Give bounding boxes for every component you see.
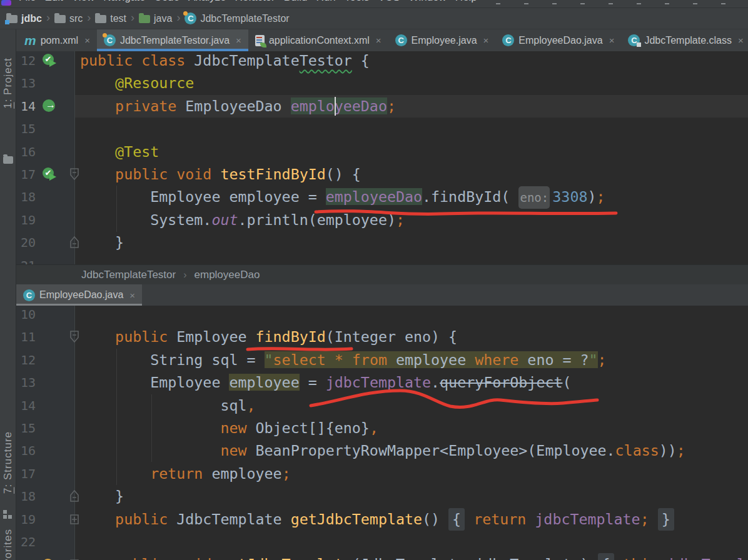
code-line-12[interactable]: public class JdbcTemplateTestor { — [80, 51, 370, 72]
java-class-run-icon: C — [104, 34, 116, 46]
code-line-19[interactable]: public JdbcTemplate getJdbcTemplate() { … — [80, 508, 674, 531]
code-line-16[interactable]: new BeanPropertyRowMapper<Employee>(Empl… — [80, 439, 685, 462]
breadcrumb-item-test[interactable]: test — [95, 13, 126, 24]
code-line-18[interactable]: Employee employee = employeeDao.findById… — [80, 186, 605, 208]
fold-start-icon[interactable] — [69, 330, 79, 344]
menu-item-run[interactable]: Run — [316, 0, 336, 4]
menu-item-analyze[interactable]: Analyze — [188, 0, 226, 4]
line-number[interactable]: 14 — [16, 394, 36, 417]
code-line-18[interactable]: } — [80, 485, 124, 508]
line-number[interactable]: 17 — [16, 163, 36, 186]
navigation-breadcrumb-bar: jdbc›src›test›java›CJdbcTemplateTestor — [0, 8, 748, 29]
breadcrumb-item-java[interactable]: java — [139, 13, 172, 24]
line-number[interactable]: 16 — [16, 141, 36, 163]
line-number[interactable]: 12 — [16, 349, 36, 371]
tool-button-structure[interactable]: 7: Structure — [2, 431, 14, 494]
close-icon[interactable]: × — [236, 35, 241, 46]
tab-pom.xml[interactable]: mpom.xml× — [18, 29, 97, 51]
menu-item-navigate[interactable]: Navigate — [103, 0, 145, 4]
menu-item-tools[interactable]: Tools — [345, 0, 370, 4]
editor-breadcrumb-item[interactable]: JdbcTemplateTestor — [81, 269, 176, 281]
close-icon[interactable]: × — [129, 290, 135, 301]
folder-icon — [54, 15, 66, 23]
menu-item-edit[interactable]: Edit — [44, 0, 63, 4]
tab-label: JdbcTemplate.class — [644, 35, 732, 46]
spring-bean-icon[interactable]: → — [43, 99, 56, 113]
line-number[interactable]: 15 — [16, 417, 36, 439]
breadcrumb-item-JdbcTemplateTestor[interactable]: CJdbcTemplateTestor — [184, 12, 289, 24]
line-number[interactable]: 22 — [16, 531, 36, 553]
editor-tab-bar-bottom: CEmployeeDao.java× — [16, 284, 748, 306]
line-number[interactable]: 12 — [16, 51, 36, 72]
gutter-marker-icon[interactable] — [43, 558, 56, 560]
menu-item-code[interactable]: Code — [154, 0, 179, 4]
menu-item-vcs[interactable]: VCS — [378, 0, 400, 4]
close-icon[interactable]: × — [483, 35, 489, 46]
breadcrumb-label: java — [154, 13, 172, 24]
code-line-17[interactable]: return employee; — [80, 462, 291, 485]
close-icon[interactable]: × — [84, 35, 90, 46]
unfold-icon[interactable] — [69, 558, 79, 560]
run-test-icon[interactable]: ✔ — [43, 168, 56, 181]
menu-item-window[interactable]: Window — [408, 0, 446, 4]
code-line-13[interactable]: @Resource — [80, 72, 194, 94]
line-number[interactable]: 23 — [16, 553, 36, 560]
line-number[interactable]: 21 — [16, 254, 36, 264]
line-number[interactable]: 17 — [16, 462, 36, 485]
code-line-19[interactable]: System.out.println(employee); — [80, 209, 405, 231]
line-number[interactable]: 18 — [16, 186, 36, 208]
line-number[interactable]: 14 — [16, 95, 36, 118]
tab-label: EmployeeDao.java — [518, 35, 602, 46]
code-line-17[interactable]: public void testFindById() { — [80, 163, 361, 186]
menu-item-view[interactable]: View — [72, 0, 95, 4]
tab-EmployeeDao.java[interactable]: CEmployeeDao.java× — [16, 284, 142, 306]
fold-end-icon[interactable] — [69, 236, 79, 249]
code-line-13[interactable]: Employee employee = jdbcTemplate.queryFo… — [80, 371, 572, 394]
menu-item-file[interactable]: File — [19, 0, 36, 4]
tool-button-project[interactable]: 1: Project — [2, 58, 14, 109]
indent-guide — [116, 349, 117, 485]
line-number[interactable]: 19 — [16, 209, 36, 231]
menu-item-build[interactable]: Build — [284, 0, 308, 4]
close-icon[interactable]: × — [376, 35, 382, 46]
tab-EmployeeDao.java[interactable]: CEmployeeDao.java× — [495, 29, 621, 51]
editor-breadcrumb-item[interactable]: employeeDao — [195, 269, 260, 281]
editor-top[interactable]: 12✔public class JdbcTemplateTestor {13 @… — [16, 51, 748, 264]
fold-end-icon[interactable] — [69, 489, 79, 503]
line-number[interactable]: 16 — [16, 439, 36, 462]
tool-button-favorites[interactable]: Favorites — [2, 529, 14, 560]
line-number[interactable]: 11 — [16, 326, 36, 348]
menu-item-help[interactable]: Help — [455, 0, 477, 4]
code-line-16[interactable]: @Test — [80, 141, 159, 163]
unfold-icon[interactable] — [69, 512, 79, 526]
tab-applicationContext.xml[interactable]: applicationContext.xml× — [248, 29, 388, 51]
code-line-11[interactable]: public Employee findById(Integer eno) { — [80, 326, 457, 348]
code-line-20[interactable]: } — [80, 231, 124, 254]
fold-start-icon[interactable] — [69, 168, 79, 181]
menu-item-refactor[interactable]: Refactor — [235, 0, 275, 4]
tab-JdbcTemplate.class[interactable]: CJdbcTemplate.class× — [621, 29, 748, 51]
line-number[interactable]: 13 — [16, 72, 36, 94]
code-line-15[interactable]: new Object[]{eno}, — [80, 417, 378, 439]
code-line-14[interactable]: sql, — [80, 394, 256, 417]
code-line-23[interactable]: public void setJdbcTemplate(JdbcTemplate… — [80, 553, 748, 560]
tab-JdbcTemplateTestor.java[interactable]: CJdbcTemplateTestor.java× — [97, 29, 248, 51]
code-line-12[interactable]: String sql = "select * from employee whe… — [80, 349, 607, 371]
line-number[interactable]: 18 — [16, 485, 36, 508]
editor-bottom[interactable]: 1011 public Employee findById(Integer en… — [16, 306, 748, 560]
breadcrumb-separator-icon: › — [87, 11, 91, 24]
close-icon[interactable]: × — [609, 35, 615, 46]
run-test-icon[interactable]: ✔ — [43, 54, 56, 68]
line-number[interactable]: 19 — [16, 508, 36, 531]
code-line-14[interactable]: private EmployeeDao employeeDao; — [80, 95, 396, 118]
close-icon[interactable]: × — [738, 35, 744, 46]
line-number[interactable]: 15 — [16, 118, 36, 140]
breadcrumb-item-src[interactable]: src — [54, 13, 83, 24]
line-number[interactable]: 10 — [16, 306, 36, 326]
breadcrumb-item-jdbc[interactable]: jdbc — [6, 13, 42, 24]
editor-breadcrumbs: JdbcTemplateTestor›employeeDao — [16, 264, 748, 284]
tab-label: pom.xml — [41, 35, 78, 46]
line-number[interactable]: 20 — [16, 231, 36, 254]
tab-Employee.java[interactable]: CEmployee.java× — [388, 29, 496, 51]
line-number[interactable]: 13 — [16, 371, 36, 394]
